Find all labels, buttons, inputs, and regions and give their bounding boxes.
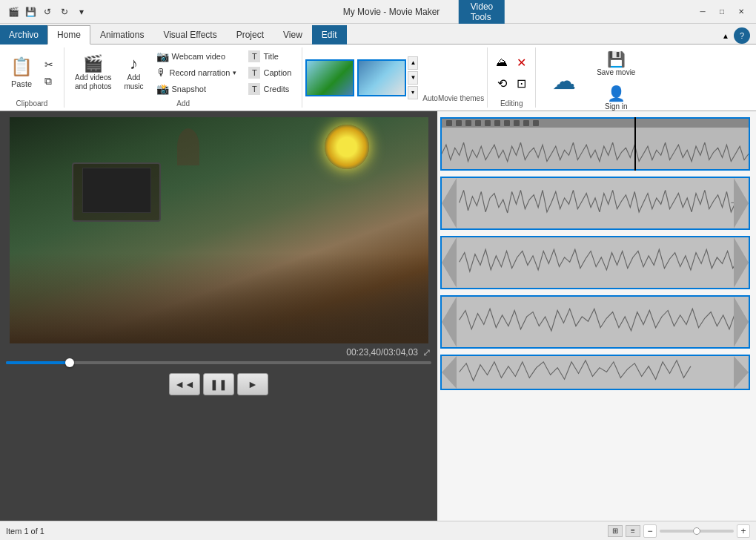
- tab-bar: Archivo Home Animations Visual Effects P…: [0, 24, 756, 45]
- automovie-themes-group: ▲ ▼ ▾ AutoMovie themes: [302, 47, 488, 108]
- app-icon: 🎬: [6, 4, 21, 19]
- view-toggle-2[interactable]: ≡: [626, 525, 640, 537]
- snapshot-button[interactable]: 📸 Snapshot: [152, 82, 242, 96]
- rotate-left-icon[interactable]: ⟲: [494, 75, 510, 91]
- copy-button[interactable]: ⧉: [40, 73, 58, 89]
- zoom-slider-handle[interactable]: [693, 527, 700, 535]
- maximize-button[interactable]: □: [713, 4, 731, 19]
- zoom-in-button[interactable]: +: [737, 524, 750, 538]
- timeline-scroll[interactable]: [437, 111, 756, 521]
- title-button[interactable]: T Title: [244, 49, 296, 64]
- editing-row-2: ⟲ ⊡: [494, 75, 529, 91]
- help-button[interactable]: ?: [734, 27, 750, 44]
- tv-screen: [82, 168, 151, 213]
- scrubber-handle[interactable]: [65, 358, 74, 367]
- onedrive-button[interactable]: ☁: [542, 55, 586, 107]
- tv-element: [72, 162, 161, 222]
- ribbon: 📋 Paste ✂ ⧉ Clipboard 🎬 Add videos and p…: [0, 45, 756, 111]
- qat-dropdown-button[interactable]: ▾: [74, 4, 89, 19]
- rewind-button[interactable]: ◄◄: [169, 373, 200, 395]
- zoom-out-button[interactable]: −: [643, 524, 657, 538]
- automovie-themes-label: AutoMovie themes: [422, 94, 484, 102]
- cloud-icon: ☁: [552, 67, 576, 95]
- save-movie-button[interactable]: 💾 Save movie: [592, 47, 640, 80]
- tab-archivo[interactable]: Archivo: [0, 25, 47, 45]
- snapshot-icon: 📸: [156, 83, 169, 95]
- sign-in-button[interactable]: 👤 Sign in: [600, 82, 632, 114]
- window-controls: ─ □ ✕: [694, 4, 750, 19]
- clip-item-4[interactable]: [440, 295, 750, 349]
- add-music-button[interactable]: ♪ Add music: [119, 51, 149, 94]
- main-content: 00:23,40/03:04,03 ⤢ ◄◄ ❚❚ ►: [0, 111, 756, 521]
- preview-area: 00:23,40/03:04,03 ⤢ ◄◄ ❚❚ ►: [0, 111, 437, 521]
- tab-home[interactable]: Home: [47, 25, 90, 45]
- close-button[interactable]: ✕: [732, 4, 750, 19]
- editing-content: ⛰ ✕ ⟲ ⊡: [494, 47, 529, 98]
- cut-button[interactable]: ✂: [40, 57, 58, 72]
- lamp-element: [177, 128, 199, 165]
- record-narration-dropdown[interactable]: ▾: [233, 69, 236, 76]
- time-display: 00:23,40/03:04,03 ⤢: [346, 346, 431, 358]
- add-group: 🎬 Add videos and photos ♪ Add music 📷 We…: [64, 47, 302, 108]
- share-content: ☁ 💾 Save movie 👤 Sign in: [542, 47, 640, 114]
- copy-icon: ⧉: [44, 75, 52, 88]
- redo-qat-button[interactable]: ↻: [57, 4, 72, 19]
- theme-thumb-2[interactable]: [357, 59, 406, 96]
- tab-edit[interactable]: Edit: [312, 25, 347, 45]
- add-music-icon: ♪: [130, 54, 138, 73]
- clip-item-2[interactable]: [440, 177, 750, 230]
- pause-button[interactable]: ❚❚: [203, 373, 234, 395]
- credits-button[interactable]: T Credits: [244, 82, 296, 96]
- playback-controls: ◄◄ ❚❚ ►: [169, 373, 268, 395]
- play-button[interactable]: ►: [237, 373, 268, 395]
- trim-icon[interactable]: ⛰: [494, 54, 510, 70]
- clip-item-5[interactable]: [440, 355, 750, 390]
- clipboard-secondary: ✂ ⧉: [40, 57, 58, 89]
- crop-icon[interactable]: ⊡: [513, 75, 529, 91]
- webcam-video-button[interactable]: 📷 Webcam video: [152, 49, 242, 64]
- waveform-svg-3: [442, 245, 749, 280]
- tab-view[interactable]: View: [273, 25, 312, 45]
- paste-button[interactable]: 📋 Paste: [6, 53, 37, 92]
- sign-in-icon: 👤: [607, 85, 626, 102]
- add-secondary-col: 📷 Webcam video 🎙 Record narration ▾ 📸 Sn…: [152, 49, 242, 96]
- theme-scroll-up-button[interactable]: ▲: [408, 56, 418, 70]
- microphone-icon: 🎙: [156, 67, 167, 79]
- delete-icon[interactable]: ✕: [513, 54, 529, 70]
- expand-button[interactable]: ⤢: [422, 346, 431, 358]
- theme-thumbnails: [305, 59, 406, 96]
- zoom-slider[interactable]: [660, 530, 734, 533]
- clip-item-1[interactable]: [440, 117, 750, 171]
- video-preview: [10, 117, 428, 343]
- undo-qat-button[interactable]: ↺: [40, 4, 55, 19]
- scrubber[interactable]: [6, 361, 431, 364]
- record-narration-button[interactable]: 🎙 Record narration ▾: [152, 65, 242, 80]
- tab-animations[interactable]: Animations: [90, 25, 153, 45]
- clip-row-1: [440, 117, 750, 171]
- theme-scroll-more-button[interactable]: ▼: [408, 71, 418, 85]
- save-movie-icon: 💾: [607, 50, 626, 68]
- video-shadow: [10, 253, 428, 343]
- theme-thumb-1[interactable]: [305, 59, 354, 96]
- webcam-icon: 📷: [156, 50, 169, 62]
- clip-item-3[interactable]: [440, 236, 750, 289]
- playhead: [634, 117, 636, 171]
- theme-scroll-down-button[interactable]: ▾: [408, 86, 418, 99]
- minimize-button[interactable]: ─: [694, 4, 712, 19]
- waveform-svg-4: [442, 304, 749, 340]
- tab-project[interactable]: Project: [227, 25, 273, 45]
- clipboard-content: 📋 Paste ✂ ⧉: [6, 47, 58, 98]
- tab-bar-right: ▲ ?: [720, 27, 753, 44]
- save-qat-button[interactable]: 💾: [23, 4, 38, 19]
- tab-visual-effects[interactable]: Visual Effects: [153, 25, 226, 45]
- clip-row-3: [440, 236, 750, 289]
- ribbon-collapse-button[interactable]: ▲: [720, 30, 731, 42]
- time-value: 00:23,40/03:04,03: [346, 347, 418, 358]
- share-group: ☁ 💾 Save movie 👤 Sign in Share: [536, 47, 646, 108]
- view-toggle-1[interactable]: ⊞: [608, 525, 623, 537]
- timeline-area: [437, 111, 756, 521]
- add-videos-button[interactable]: 🎬 Add videos and photos: [70, 51, 116, 94]
- scrubber-fill: [6, 361, 70, 364]
- scrubber-track: [6, 361, 431, 364]
- caption-button[interactable]: T Caption: [244, 65, 296, 80]
